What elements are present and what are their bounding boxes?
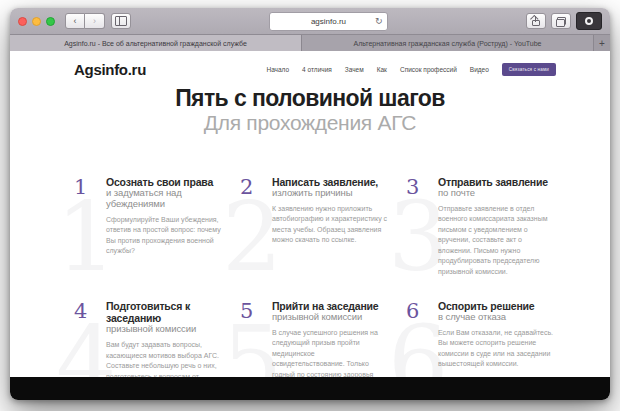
site-nav: Начало 4 отличия Зачем Как Список профес… [266,63,556,76]
sidebar-icon [115,16,127,26]
browser-toolbar: ‹ › agsinfo.ru ↻ [10,8,610,35]
step-3: 3 3 Отправить заявление по почте Отправь… [406,176,554,300]
forward-button[interactable]: › [85,13,105,29]
step-subtitle: и задуматься над убеждениями [106,188,222,210]
step-subtitle: призывной комиссии [106,324,222,335]
tab-youtube[interactable]: Альтернативная гражданская служба (Ростр… [302,35,594,51]
step-2: 2 2 Написать заявление, изложить причины… [240,176,388,300]
plus-icon: + [599,38,605,49]
reload-icon[interactable]: ↻ [375,17,383,26]
nav-link-otlichiya[interactable]: 4 отличия [302,66,332,73]
step-number: 2 [240,176,262,300]
tab-label: Agsinfo.ru - Все об альтернативной гражд… [64,40,247,47]
nav-link-nachalo[interactable]: Начало [266,66,289,73]
history-nav-buttons: ‹ › [65,13,105,29]
share-icon [531,17,541,26]
step-1: 1 1 Осознать свои права и задуматься над… [74,176,222,300]
site-footer [10,377,610,400]
window-controls [18,17,55,26]
steps-grid: 1 1 Осознать свои права и задуматься над… [74,176,554,400]
nav-link-zachem[interactable]: Зачем [345,66,364,73]
site-logo[interactable]: Agsinfo.ru [74,61,146,78]
tab-agsinfo[interactable]: Agsinfo.ru - Все об альтернативной гражд… [10,35,302,51]
web-page: Agsinfo.ru Начало 4 отличия Зачем Как Сп… [10,51,610,400]
page-title: Пять с половиной шагов [10,86,610,110]
url-text[interactable]: agsinfo.ru [311,17,346,26]
step-subtitle: по почте [438,188,554,199]
step-body: Сформулируйте Ваши убеждения, ответив на… [106,215,222,257]
nav-link-professii[interactable]: Список профессий [400,66,457,73]
step-subtitle: изложить причины [272,188,388,199]
tab-label: Альтернативная гражданская служба (Ростр… [353,40,541,47]
contact-button[interactable]: Связаться с нами [502,63,556,76]
step-number: 3 [406,176,428,300]
toolbar-right-buttons [526,12,602,30]
site-header: Agsinfo.ru Начало 4 отличия Зачем Как Сп… [10,51,610,82]
tab-overview-icon [556,17,566,26]
step-number: 1 [74,176,96,300]
minimize-window-button[interactable] [32,17,41,26]
sidebar-button[interactable] [111,13,131,29]
hero-section: Пять с половиной шагов Для прохождения А… [10,86,610,134]
step-body: Если Вам отказали, не сдавайтесь. Вы мож… [438,328,554,370]
extension-button[interactable] [576,12,602,30]
address-bar[interactable]: agsinfo.ru ↻ [269,12,387,31]
tab-bar: Agsinfo.ru - Все об альтернативной гражд… [10,35,610,51]
nav-link-kak[interactable]: Как [377,66,387,73]
zoom-window-button[interactable] [46,17,55,26]
new-tab-button[interactable]: + [594,35,610,51]
share-button[interactable] [526,13,546,29]
forward-icon: › [93,16,96,26]
extension-icon [585,17,593,25]
step-subtitle: в случае отказа [438,312,554,323]
step-title: Подготовиться к заседанию [106,300,222,324]
nav-link-video[interactable]: Видео [470,66,489,73]
back-icon: ‹ [74,16,77,26]
browser-window: ‹ › agsinfo.ru ↻ Agsinfo.ru - Все об аль [10,8,610,400]
step-subtitle: призывной комиссии [272,312,388,323]
step-body: К заявлению нужно приложить автобиографи… [272,204,388,246]
back-button[interactable]: ‹ [65,13,85,29]
step-body: Отправьте заявление в отдел военного ком… [438,204,554,278]
page-subtitle: Для прохождения АГС [10,111,610,134]
close-window-button[interactable] [18,17,27,26]
tab-overview-button[interactable] [551,13,571,29]
